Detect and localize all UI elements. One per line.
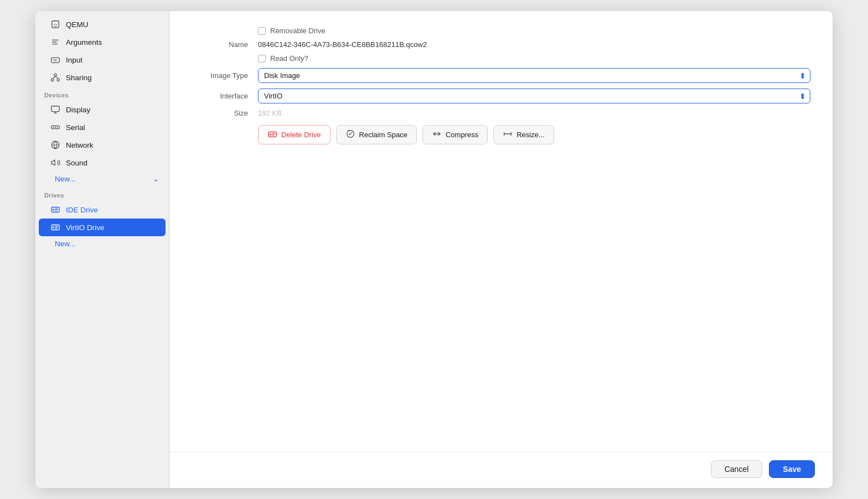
display-icon bbox=[50, 104, 61, 115]
sidebar-item-serial[interactable]: Serial bbox=[39, 118, 166, 136]
cancel-button[interactable]: Cancel bbox=[711, 460, 763, 478]
delete-drive-button[interactable]: Delete Drive bbox=[258, 125, 330, 144]
compress-button[interactable]: Compress bbox=[422, 125, 488, 144]
size-value: 192 KB bbox=[258, 109, 282, 117]
input-icon bbox=[50, 54, 61, 65]
image-type-select-wrapper: Disk Image CD/DVD Image Raw Image ⬍ bbox=[258, 68, 810, 83]
svg-text:Q: Q bbox=[54, 23, 57, 28]
removable-drive-row: Removable Drive bbox=[192, 27, 810, 35]
name-value-container: 0846C142-346C-4A73-B634-CE8BB168211B.qco… bbox=[258, 40, 810, 49]
name-value: 0846C142-346C-4A73-B634-CE8BB168211B.qco… bbox=[258, 40, 427, 49]
qemu-icon: Q bbox=[50, 19, 61, 30]
svg-point-10 bbox=[57, 127, 58, 128]
reclaim-space-icon bbox=[345, 129, 355, 141]
image-type-control: Disk Image CD/DVD Image Raw Image ⬍ bbox=[258, 68, 810, 83]
svg-point-4 bbox=[51, 79, 54, 81]
save-button[interactable]: Save bbox=[769, 460, 815, 478]
sidebar-item-input[interactable]: Input bbox=[39, 51, 166, 69]
resize-icon bbox=[503, 129, 513, 141]
sidebar-item-sharing[interactable]: Sharing bbox=[39, 69, 166, 86]
serial-icon bbox=[50, 122, 61, 133]
interface-select-wrapper: VirtIO IDE SCSI NVMe ⬍ bbox=[258, 89, 810, 103]
drives-section-label: Drives bbox=[35, 186, 169, 201]
sidebar-item-virtio-drive[interactable]: VirtIO Drive bbox=[39, 219, 166, 236]
interface-select[interactable]: VirtIO IDE SCSI NVMe bbox=[258, 89, 810, 103]
sidebar-item-arguments[interactable]: Arguments bbox=[39, 33, 166, 51]
svg-point-8 bbox=[53, 127, 54, 128]
reclaim-space-button[interactable]: Reclaim Space bbox=[336, 125, 417, 144]
image-type-label: Image Type bbox=[192, 71, 258, 80]
svg-point-5 bbox=[57, 79, 60, 81]
interface-control: VirtIO IDE SCSI NVMe ⬍ bbox=[258, 89, 810, 103]
sidebar: Q QEMU Arguments Input Sharing bbox=[35, 11, 169, 488]
size-label: Size bbox=[192, 109, 258, 117]
removable-drive-label: Removable Drive bbox=[270, 27, 326, 35]
sidebar-item-new-drive[interactable]: New... bbox=[39, 236, 166, 251]
svg-rect-6 bbox=[51, 106, 59, 112]
read-only-label: Read Only? bbox=[270, 54, 308, 63]
name-row: Name 0846C142-346C-4A73-B634-CE8BB168211… bbox=[192, 40, 810, 49]
image-type-row: Image Type Disk Image CD/DVD Image Raw I… bbox=[192, 68, 810, 83]
chevron-down-icon: ⌄ bbox=[153, 175, 159, 183]
size-control: 192 KB bbox=[258, 109, 810, 117]
removable-drive-checkbox[interactable] bbox=[258, 27, 266, 35]
sidebar-item-display[interactable]: Display bbox=[39, 101, 166, 118]
sidebar-item-network[interactable]: Network bbox=[39, 136, 166, 154]
svg-point-3 bbox=[54, 74, 57, 76]
sharing-icon bbox=[50, 72, 61, 83]
delete-drive-icon bbox=[267, 129, 277, 140]
action-buttons: Delete Drive Reclaim Space Compress bbox=[192, 125, 810, 144]
virtio-drive-icon bbox=[50, 222, 61, 233]
name-label: Name bbox=[192, 40, 258, 49]
size-row: Size 192 KB bbox=[192, 109, 810, 117]
svg-point-19 bbox=[270, 134, 271, 136]
sidebar-item-ide-drive[interactable]: IDE Drive bbox=[39, 201, 166, 219]
arguments-icon bbox=[50, 37, 61, 48]
devices-section-label: Devices bbox=[35, 86, 169, 101]
footer: Cancel Save bbox=[169, 452, 833, 488]
network-icon bbox=[50, 139, 61, 150]
svg-point-9 bbox=[55, 127, 56, 128]
sidebar-item-sound[interactable]: Sound bbox=[39, 154, 166, 171]
resize-button[interactable]: Resize... bbox=[493, 125, 554, 144]
interface-label: Interface bbox=[192, 92, 258, 100]
image-type-select[interactable]: Disk Image CD/DVD Image Raw Image bbox=[258, 68, 810, 83]
compress-icon bbox=[432, 129, 442, 141]
read-only-row: Read Only? bbox=[192, 54, 810, 63]
sidebar-item-qemu[interactable]: Q QEMU bbox=[39, 15, 166, 33]
svg-point-16 bbox=[53, 227, 54, 228]
sidebar-item-new-device[interactable]: New... ⌄ bbox=[39, 171, 166, 186]
svg-point-14 bbox=[53, 209, 54, 211]
svg-rect-2 bbox=[51, 58, 59, 63]
read-only-checkbox[interactable] bbox=[258, 55, 266, 63]
interface-row: Interface VirtIO IDE SCSI NVMe ⬍ bbox=[192, 89, 810, 103]
ide-drive-icon bbox=[50, 204, 61, 215]
main-content: Removable Drive Name 0846C142-346C-4A73-… bbox=[169, 11, 833, 488]
sound-icon bbox=[50, 157, 61, 168]
